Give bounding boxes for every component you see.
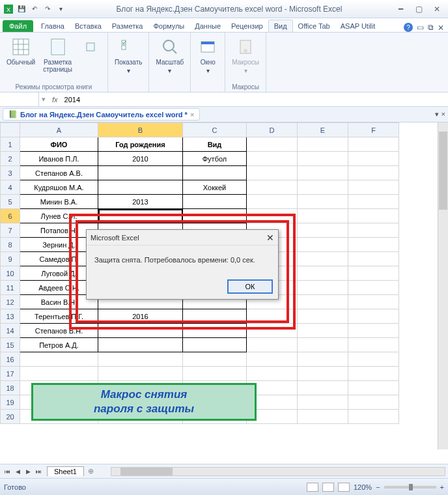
tab-review[interactable]: Рецензир <box>226 20 268 32</box>
cell[interactable]: Петров А.Д. <box>20 338 98 352</box>
cell[interactable] <box>348 223 399 238</box>
cell[interactable] <box>348 152 399 166</box>
cell[interactable] <box>348 410 399 424</box>
row-header[interactable]: 16 <box>1 352 20 367</box>
cell[interactable] <box>298 352 348 367</box>
cell[interactable] <box>247 137 298 152</box>
cell[interactable] <box>183 367 247 381</box>
cell[interactable] <box>348 352 399 367</box>
row-header[interactable]: 1 <box>1 137 20 152</box>
cell[interactable] <box>298 295 348 309</box>
cell[interactable] <box>183 309 247 324</box>
window-button[interactable]: Окно ▾ <box>196 35 219 76</box>
cell[interactable] <box>298 338 348 352</box>
close-button[interactable]: ✕ <box>428 3 445 15</box>
cell[interactable] <box>98 180 183 195</box>
row-header[interactable]: 20 <box>1 410 20 424</box>
cell[interactable] <box>247 180 298 195</box>
cell[interactable] <box>98 367 183 381</box>
zoom-out-icon[interactable]: − <box>376 483 380 491</box>
cell[interactable] <box>348 166 399 180</box>
cell[interactable] <box>247 209 298 223</box>
tab-asap[interactable]: ASAP Utilit <box>335 20 381 32</box>
undo-icon[interactable]: ↶ <box>29 3 40 15</box>
cell[interactable] <box>348 338 399 352</box>
cell[interactable]: 2013 <box>98 195 183 209</box>
zoom-thumb[interactable] <box>409 484 413 490</box>
tab-view[interactable]: Вид <box>268 20 293 32</box>
cell[interactable] <box>298 152 348 166</box>
col-header[interactable]: B <box>98 123 183 137</box>
tab-formulas[interactable]: Формулы <box>148 20 189 32</box>
restore-window-icon[interactable]: ⧉ <box>428 23 434 32</box>
cell[interactable] <box>183 352 247 367</box>
cell[interactable] <box>20 367 98 381</box>
minimize-ribbon-icon[interactable]: ▭ <box>417 23 424 32</box>
cell[interactable] <box>348 395 399 410</box>
cell[interactable]: Кудряшов М.А. <box>20 180 98 195</box>
row-header[interactable]: 10 <box>1 266 20 281</box>
maximize-button[interactable]: ▢ <box>410 3 427 15</box>
cell[interactable] <box>348 295 399 309</box>
document-tab[interactable]: 📗 Блог на Яндекс.Дзен Самоучитель excel … <box>3 108 200 120</box>
col-header[interactable]: C <box>183 123 247 137</box>
cell[interactable]: Вид <box>183 137 247 152</box>
row-header[interactable]: 13 <box>1 309 20 324</box>
cell[interactable] <box>247 324 298 338</box>
cell[interactable] <box>348 195 399 209</box>
hscroll-thumb[interactable] <box>120 468 173 475</box>
doc-tabs-close-icon[interactable]: × <box>441 110 445 119</box>
dialog-close-icon[interactable]: ✕ <box>266 233 274 243</box>
cell[interactable]: Лунев С.И. <box>20 209 98 223</box>
zoom-in-icon[interactable]: + <box>440 483 444 491</box>
cell[interactable] <box>247 338 298 352</box>
sheet-first-icon[interactable]: ⏮ <box>3 467 12 476</box>
cell[interactable] <box>348 266 399 281</box>
cell[interactable]: Иванов П.Л. <box>20 152 98 166</box>
row-header[interactable]: 11 <box>1 281 20 295</box>
cell[interactable] <box>298 381 348 395</box>
col-header[interactable]: A <box>20 123 98 137</box>
view-normal-icon[interactable] <box>307 483 318 492</box>
zoom-level[interactable]: 120% <box>354 483 372 491</box>
row-header[interactable]: 8 <box>1 238 20 252</box>
tab-office[interactable]: Office Tab <box>293 20 335 32</box>
cell[interactable] <box>183 209 247 223</box>
cell[interactable] <box>348 180 399 195</box>
horizontal-scrollbar[interactable] <box>111 467 445 476</box>
cell[interactable] <box>98 209 183 223</box>
cell[interactable] <box>298 166 348 180</box>
tab-data[interactable]: Данные <box>189 20 226 32</box>
tab-layout[interactable]: Разметка <box>107 20 148 32</box>
cell[interactable] <box>98 166 183 180</box>
cell[interactable]: Хоккей <box>183 180 247 195</box>
cell[interactable] <box>348 281 399 295</box>
col-header[interactable]: F <box>348 123 399 137</box>
view-more[interactable] <box>79 35 102 59</box>
tab-insert[interactable]: Вставка <box>70 20 107 32</box>
cell[interactable] <box>298 209 348 223</box>
cell[interactable]: ФИО <box>20 137 98 152</box>
cell[interactable] <box>98 352 183 367</box>
fx-icon[interactable]: fx <box>48 96 62 104</box>
row-header[interactable]: 3 <box>1 166 20 180</box>
cell[interactable] <box>183 324 247 338</box>
cell[interactable] <box>298 252 348 266</box>
sheet-tab[interactable]: Sheet1 <box>47 466 84 476</box>
row-header[interactable]: 15 <box>1 338 20 352</box>
view-page-icon[interactable] <box>322 483 334 492</box>
col-header[interactable]: D <box>247 123 298 137</box>
row-header[interactable]: 18 <box>1 381 20 395</box>
zoom-button[interactable]: Масштаб ▾ <box>154 35 185 76</box>
cell[interactable] <box>348 324 399 338</box>
cell[interactable]: 2016 <box>98 309 183 324</box>
name-box[interactable] <box>0 92 39 106</box>
cell[interactable] <box>247 309 298 324</box>
col-header[interactable]: E <box>298 123 348 137</box>
cell[interactable] <box>183 166 247 180</box>
cell[interactable] <box>98 338 183 352</box>
cell[interactable]: Терентьев П.Г. <box>20 309 98 324</box>
cell[interactable] <box>183 338 247 352</box>
cell[interactable] <box>298 266 348 281</box>
row-header[interactable]: 6 <box>1 209 20 223</box>
